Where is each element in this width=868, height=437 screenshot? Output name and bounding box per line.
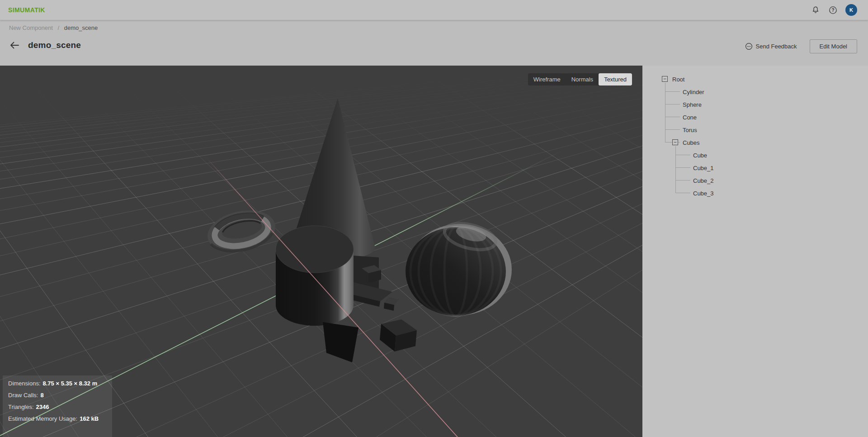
tree-item-label: Cube_3 bbox=[693, 190, 714, 197]
help-icon[interactable]: ? bbox=[828, 5, 837, 14]
scene-tree-panel: −RootCylinderSphereConeTorus−CubesCubeCu… bbox=[642, 66, 868, 437]
tree-connector bbox=[665, 104, 680, 104]
tree-item-label: Sphere bbox=[683, 101, 702, 108]
breadcrumb-current: demo_scene bbox=[64, 24, 98, 31]
tree-item-label: Cube_1 bbox=[693, 165, 714, 171]
user-avatar[interactable]: K bbox=[845, 4, 857, 16]
tree-item-cube[interactable]: Cube bbox=[652, 149, 868, 162]
tree-item-label: Torus bbox=[683, 127, 697, 133]
collapse-icon[interactable]: − bbox=[662, 76, 668, 82]
mode-wireframe[interactable]: Wireframe bbox=[528, 73, 566, 86]
tree-item-label: Cube_2 bbox=[693, 177, 714, 184]
svg-text:?: ? bbox=[831, 8, 834, 13]
tree-item-label: Cylinder bbox=[683, 89, 704, 95]
mode-textured[interactable]: Textured bbox=[599, 73, 632, 86]
tree-item-cube_2[interactable]: Cube_2 bbox=[652, 174, 868, 187]
tree-item-label: Root bbox=[672, 76, 684, 83]
breadcrumb-separator: / bbox=[57, 24, 59, 31]
breadcrumb: New Component / demo_scene bbox=[9, 24, 857, 31]
tree-item-cube_3[interactable]: Cube_3 bbox=[652, 187, 868, 200]
app-logo[interactable]: SIMUMATIK bbox=[8, 6, 45, 14]
stats-overlay: Dimensions:8.75 × 5.35 × 8.32 m Draw Cal… bbox=[3, 375, 112, 437]
tree-connector bbox=[665, 129, 680, 130]
tree-item-cone[interactable]: Cone bbox=[652, 111, 868, 124]
tree-item-label: Cube bbox=[693, 152, 707, 159]
back-arrow-icon[interactable] bbox=[9, 41, 21, 50]
tree-item-cylinder[interactable]: Cylinder bbox=[652, 86, 868, 98]
tree-connector bbox=[675, 155, 690, 155]
app-window: SIMUMATIK ? K New Component / demo_scene bbox=[0, 0, 868, 437]
render-mode-toggle: Wireframe Normals Textured bbox=[528, 73, 632, 86]
stat-memory-usage: Estimated Memory Usage:162 kB bbox=[8, 415, 107, 422]
send-feedback-button[interactable]: Send Feedback bbox=[745, 43, 797, 50]
tree-item-sphere[interactable]: Sphere bbox=[652, 98, 868, 111]
edit-model-button[interactable]: Edit Model bbox=[810, 39, 857, 53]
page-title: demo_scene bbox=[28, 40, 81, 50]
stat-draw-calls: Draw Calls:8 bbox=[8, 392, 107, 399]
tree-connector bbox=[675, 193, 690, 193]
tree-item-label: Cone bbox=[683, 114, 697, 121]
send-feedback-label: Send Feedback bbox=[756, 43, 797, 50]
tree-item-cubes[interactable]: −Cubes bbox=[652, 136, 868, 149]
collapse-icon[interactable]: − bbox=[672, 139, 678, 145]
stat-dimensions: Dimensions:8.75 × 5.35 × 8.32 m bbox=[8, 380, 107, 387]
tree-item-cube_1[interactable]: Cube_1 bbox=[652, 162, 868, 174]
mode-normals[interactable]: Normals bbox=[566, 73, 599, 86]
stat-triangles: Triangles:2346 bbox=[8, 404, 107, 410]
breadcrumb-parent[interactable]: New Component bbox=[9, 24, 53, 31]
top-bar-actions: ? K bbox=[811, 4, 857, 16]
top-bar: SIMUMATIK ? K bbox=[0, 0, 868, 20]
tree-item-label: Cubes bbox=[683, 139, 700, 146]
tree-connector bbox=[675, 167, 690, 168]
chat-bubble-icon bbox=[745, 43, 753, 50]
viewport-3d[interactable]: Wireframe Normals Textured Dimensions:8.… bbox=[0, 66, 642, 437]
tree-connector bbox=[665, 83, 665, 142]
tree-item-torus[interactable]: Torus bbox=[652, 124, 868, 136]
tree-connector bbox=[665, 91, 680, 92]
page-header: New Component / demo_scene demo_scene bbox=[0, 20, 868, 66]
tree-connector bbox=[675, 146, 676, 193]
tree-connector bbox=[665, 117, 680, 117]
scene-tree: −RootCylinderSphereConeTorus−CubesCubeCu… bbox=[652, 73, 868, 200]
cylinder-shape[interactable] bbox=[276, 226, 354, 326]
tree-connector bbox=[675, 180, 690, 180]
tree-item-root[interactable]: −Root bbox=[652, 73, 868, 86]
notifications-bell-icon[interactable] bbox=[811, 5, 820, 14]
